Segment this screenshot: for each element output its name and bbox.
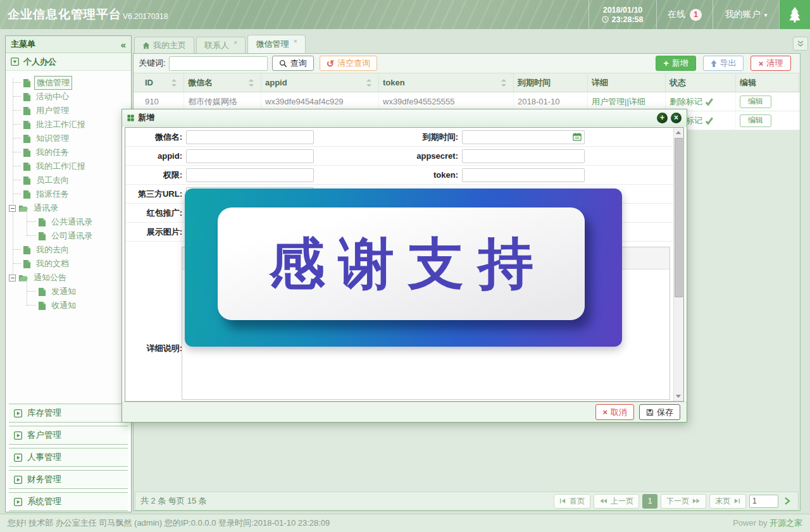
column-header-4[interactable]: token: [379, 73, 514, 92]
form-input[interactable]: [186, 168, 314, 182]
close-icon[interactable]: ×: [671, 113, 682, 123]
section-label: 财务管理: [27, 474, 61, 485]
refresh-icon: ↺: [327, 59, 335, 68]
sidebar-section-4[interactable]: 财务管理: [9, 470, 128, 489]
form-input[interactable]: [186, 149, 314, 163]
form-input[interactable]: [186, 130, 314, 144]
tab-1[interactable]: 我的主页: [134, 37, 194, 53]
tree-item[interactable]: 公共通讯录: [6, 215, 131, 229]
save-button[interactable]: 保存: [639, 404, 680, 420]
cell-token: wx39dfe945525555: [379, 92, 514, 111]
column-header-3[interactable]: appid: [261, 73, 379, 92]
clear-search-button[interactable]: ↺ 清空查询: [320, 56, 378, 71]
column-header-8[interactable]: 编辑: [736, 73, 799, 92]
tree-item[interactable]: 批注工作汇报: [6, 118, 131, 132]
delete-mark-link[interactable]: 删除标记: [670, 96, 702, 108]
page-number-input[interactable]: [749, 495, 778, 508]
tab-2[interactable]: 联系人×: [196, 37, 246, 53]
tree-item-label: 通知公告: [32, 271, 68, 284]
last-page-button[interactable]: 末页: [709, 494, 746, 509]
online-users-button[interactable]: 在线 1: [656, 0, 713, 29]
tab-overflow-button[interactable]: [793, 37, 808, 51]
tab-close-icon[interactable]: ×: [234, 39, 237, 46]
field-label: token:: [314, 170, 462, 180]
go-to-page-button[interactable]: [782, 497, 793, 505]
tree-item[interactable]: 收通知: [6, 299, 131, 312]
next-page-button[interactable]: 下一页: [661, 494, 706, 509]
sidebar-section-1[interactable]: 库存管理: [9, 404, 128, 423]
footer-power-link[interactable]: 开源之家: [770, 518, 802, 528]
collapse-box-icon[interactable]: [9, 275, 16, 281]
form-input[interactable]: [462, 130, 585, 144]
first-page-icon: [559, 498, 566, 504]
tree-item[interactable]: 我的文档: [6, 257, 131, 271]
accordion-personal-office[interactable]: 个人办公: [6, 53, 131, 71]
column-header-6[interactable]: 详细: [588, 73, 666, 92]
floppy-disk-icon: [646, 409, 654, 416]
tree-item[interactable]: 指派任务: [6, 187, 131, 201]
prev-page-button[interactable]: 上一页: [594, 494, 639, 509]
tree-connector: [27, 235, 36, 237]
export-button[interactable]: 导出: [703, 56, 744, 71]
keyword-input[interactable]: [169, 56, 268, 71]
column-header-7[interactable]: 状态: [666, 73, 736, 92]
current-page-button[interactable]: 1: [642, 494, 657, 509]
folder-icon: [18, 204, 28, 213]
add-button[interactable]: + 新增: [656, 56, 696, 71]
tree-item[interactable]: 我的去向: [6, 243, 131, 257]
scrollbar-thumb[interactable]: [675, 138, 683, 297]
sort-icon[interactable]: [366, 79, 372, 87]
sidebar-section-2[interactable]: 客户管理: [9, 426, 128, 445]
home-icon: [142, 42, 150, 49]
sort-icon[interactable]: [501, 79, 507, 87]
box-play-icon: [14, 454, 22, 462]
tree-item[interactable]: 微信管理: [6, 76, 131, 90]
edit-button[interactable]: 编辑: [740, 96, 771, 108]
first-page-button[interactable]: 首页: [554, 494, 590, 509]
tree-item[interactable]: 用户管理: [6, 104, 131, 118]
tree-item[interactable]: 我的任务: [6, 145, 131, 159]
tree-item[interactable]: 我的工作汇报: [6, 159, 131, 173]
date-text: 2018/01/10: [603, 6, 643, 15]
scroll-up-arrow-icon[interactable]: [676, 131, 681, 134]
theme-tree-button[interactable]: [779, 0, 810, 29]
form-input[interactable]: [462, 149, 585, 163]
calendar-icon[interactable]: [573, 132, 582, 141]
column-header-1[interactable]: ID: [141, 73, 184, 92]
clean-button[interactable]: × 清理: [751, 56, 791, 71]
file-icon: [23, 78, 31, 88]
tree-item[interactable]: 活动中心: [6, 90, 131, 104]
column-header-2[interactable]: 微信名: [184, 73, 261, 92]
account-menu-button[interactable]: 我的账户 ▾: [713, 0, 779, 29]
tab-label: 联系人: [204, 40, 229, 51]
form-input[interactable]: [462, 168, 585, 182]
sidebar-collapse-icon[interactable]: «: [121, 39, 126, 50]
edit-button[interactable]: 编辑: [740, 114, 771, 127]
collapse-box-icon[interactable]: [9, 205, 16, 212]
tree-item[interactable]: 知识管理: [6, 132, 131, 145]
search-icon: [279, 59, 287, 68]
tab-3[interactable]: 微信管理×: [247, 35, 305, 53]
sidebar-section-5[interactable]: 系统管理: [9, 492, 128, 511]
search-button[interactable]: 查询: [272, 56, 314, 71]
sidebar-section-3[interactable]: 人事管理: [9, 448, 128, 467]
tree-item[interactable]: 公司通讯录: [6, 229, 131, 243]
thanks-banner-button: 感谢支持: [218, 207, 585, 320]
tree-item-label: 批注工作汇报: [34, 118, 87, 131]
tab-close-icon[interactable]: ×: [293, 37, 297, 45]
maximize-icon[interactable]: +: [657, 113, 668, 123]
column-header-5[interactable]: 到期时间: [514, 73, 588, 92]
detail-links[interactable]: 用户管理||详细: [592, 96, 645, 108]
next-page-label: 下一页: [666, 496, 689, 507]
tree-item[interactable]: 通知公告: [6, 271, 131, 285]
form-input-wrap: [462, 130, 585, 144]
tree-item[interactable]: 发通知: [6, 285, 131, 299]
tree-item[interactable]: 通讯录: [6, 201, 131, 215]
sort-icon[interactable]: [171, 79, 177, 87]
scroll-down-arrow-icon[interactable]: [676, 395, 681, 398]
tree-item[interactable]: 员工去向: [6, 173, 131, 187]
form-scrollbar[interactable]: [673, 128, 683, 401]
sort-icon[interactable]: [249, 79, 254, 87]
cancel-button[interactable]: × 取消: [595, 404, 634, 420]
tree-item-label: 微信管理: [34, 76, 72, 90]
